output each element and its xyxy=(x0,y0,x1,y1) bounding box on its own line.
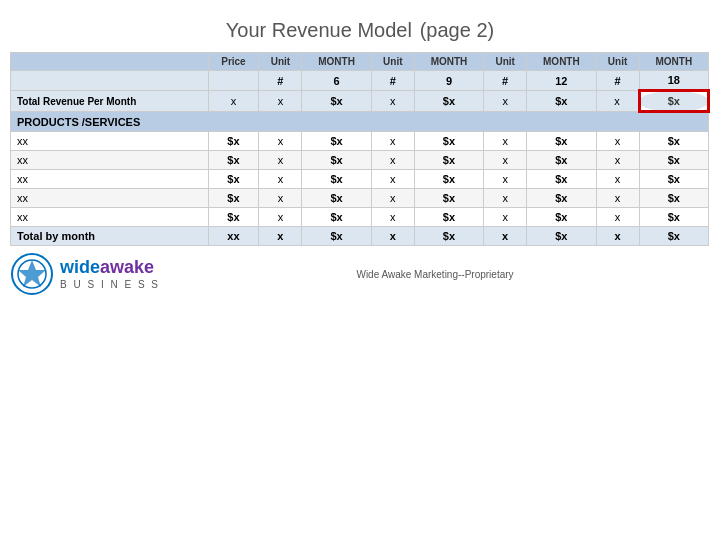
p1-v2: $x xyxy=(302,132,371,151)
products-section-header: PRODUCTS /SERVICES xyxy=(11,112,709,132)
p1-v3: x xyxy=(371,132,414,151)
p3-v6: $x xyxy=(527,170,596,189)
sub-9: 9 xyxy=(414,71,483,91)
product-label-4: xx xyxy=(11,189,209,208)
p1-v8: $x xyxy=(639,132,708,151)
product-label-3: xx xyxy=(11,170,209,189)
total-revenue-label: Total Revenue Per Month xyxy=(11,91,209,112)
sub-18: 18 xyxy=(639,71,708,91)
tbm-v7: x xyxy=(596,227,639,246)
tbm-v5: x xyxy=(484,227,527,246)
p4-v3: x xyxy=(371,189,414,208)
col-unit-1: Unit xyxy=(259,53,302,71)
table-row: xx $x x $x x $x x $x x $x xyxy=(11,170,709,189)
tbm-v8: $x xyxy=(639,227,708,246)
tbm-v4: $x xyxy=(414,227,483,246)
table-row: xx $x x $x x $x x $x x $x xyxy=(11,132,709,151)
p2-v2: $x xyxy=(302,151,371,170)
logo-business: B U S I N E S S xyxy=(60,279,160,291)
p1-v5: x xyxy=(484,132,527,151)
p4-v0: $x xyxy=(208,189,259,208)
p1-v0: $x xyxy=(208,132,259,151)
p4-v1: x xyxy=(259,189,302,208)
total-revenue-row: Total Revenue Per Month x x $x x $x x $x… xyxy=(11,91,709,112)
page-title: Your Revenue Model (page 2) xyxy=(0,0,720,52)
p3-v1: x xyxy=(259,170,302,189)
p5-v8: $x xyxy=(639,208,708,227)
tr-price: x xyxy=(208,91,259,112)
p3-v5: x xyxy=(484,170,527,189)
sub-price xyxy=(208,71,259,91)
p3-v7: x xyxy=(596,170,639,189)
tr-unit-1: x xyxy=(259,91,302,112)
tbm-v0: xx xyxy=(208,227,259,246)
p1-v4: $x xyxy=(414,132,483,151)
col-month-3: MONTH xyxy=(527,53,596,71)
sub-header-row: # 6 # 9 # 12 # 18 xyxy=(11,71,709,91)
col-empty xyxy=(11,53,209,71)
tbm-v3: x xyxy=(371,227,414,246)
total-by-month-label: Total by month xyxy=(11,227,209,246)
sub-empty xyxy=(11,71,209,91)
p5-v0: $x xyxy=(208,208,259,227)
p1-v6: $x xyxy=(527,132,596,151)
p3-v3: x xyxy=(371,170,414,189)
p3-v0: $x xyxy=(208,170,259,189)
col-unit-3: Unit xyxy=(484,53,527,71)
p3-v4: $x xyxy=(414,170,483,189)
p5-v6: $x xyxy=(527,208,596,227)
sub-hash-1: # xyxy=(259,71,302,91)
logo-wide-awake: wideawake xyxy=(60,257,160,279)
p3-v2: $x xyxy=(302,170,371,189)
revenue-table: Price Unit MONTH Unit MONTH Unit MONTH U… xyxy=(10,52,710,246)
col-unit-4: Unit xyxy=(596,53,639,71)
products-label: PRODUCTS /SERVICES xyxy=(11,112,709,132)
p1-v1: x xyxy=(259,132,302,151)
col-month-2: MONTH xyxy=(414,53,483,71)
table-row: xx $x x $x x $x x $x x $x xyxy=(11,208,709,227)
p4-v5: x xyxy=(484,189,527,208)
sub-12: 12 xyxy=(527,71,596,91)
sub-hash-3: # xyxy=(484,71,527,91)
tr-unit-2: x xyxy=(371,91,414,112)
p4-v4: $x xyxy=(414,189,483,208)
p4-v7: x xyxy=(596,189,639,208)
sub-hash-4: # xyxy=(596,71,639,91)
p4-v6: $x xyxy=(527,189,596,208)
col-price: Price xyxy=(208,53,259,71)
p2-v8: $x xyxy=(639,151,708,170)
product-label-5: xx xyxy=(11,208,209,227)
footer-text: Wide Awake Marketing--Proprietary xyxy=(160,269,710,280)
p5-v3: x xyxy=(371,208,414,227)
p2-v6: $x xyxy=(527,151,596,170)
logo-text: wideawake B U S I N E S S xyxy=(60,257,160,291)
product-label-1: xx xyxy=(11,132,209,151)
p1-v7: x xyxy=(596,132,639,151)
tr-unit-4: x xyxy=(596,91,639,112)
tbm-v1: x xyxy=(259,227,302,246)
tbm-v2: $x xyxy=(302,227,371,246)
footer: wideawake B U S I N E S S Wide Awake Mar… xyxy=(0,246,720,296)
p4-v8: $x xyxy=(639,189,708,208)
logo-icon xyxy=(10,252,54,296)
sub-6: 6 xyxy=(302,71,371,91)
total-by-month-row: Total by month xx x $x x $x x $x x $x xyxy=(11,227,709,246)
tr-month-1: $x xyxy=(302,91,371,112)
col-unit-2: Unit xyxy=(371,53,414,71)
tr-month-3: $x xyxy=(527,91,596,112)
logo-area: wideawake B U S I N E S S xyxy=(10,252,160,296)
tbm-v6: $x xyxy=(527,227,596,246)
tr-month-4-highlighted: $x xyxy=(639,91,708,112)
tr-month-2: $x xyxy=(414,91,483,112)
table-row: xx $x x $x x $x x $x x $x xyxy=(11,151,709,170)
p2-v7: x xyxy=(596,151,639,170)
p4-v2: $x xyxy=(302,189,371,208)
col-month-1: MONTH xyxy=(302,53,371,71)
p2-v5: x xyxy=(484,151,527,170)
p5-v5: x xyxy=(484,208,527,227)
p2-v4: $x xyxy=(414,151,483,170)
table-row: xx $x x $x x $x x $x x $x xyxy=(11,189,709,208)
p5-v4: $x xyxy=(414,208,483,227)
column-header-row: Price Unit MONTH Unit MONTH Unit MONTH U… xyxy=(11,53,709,71)
sub-hash-2: # xyxy=(371,71,414,91)
